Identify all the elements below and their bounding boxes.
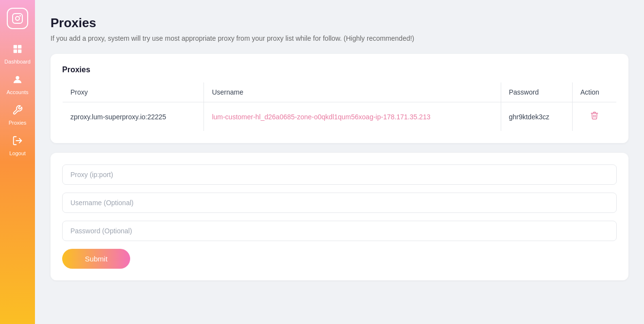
username-cell: lum-customer-hl_d26a0685-zone-o0qkdl1qum…	[204, 102, 501, 131]
delete-button[interactable]	[588, 109, 601, 124]
logout-icon	[12, 135, 23, 148]
password-input[interactable]	[62, 221, 617, 241]
trash-icon	[590, 111, 599, 120]
app-logo	[7, 8, 28, 29]
proxy-input[interactable]	[62, 164, 617, 185]
svg-rect-4	[18, 45, 21, 49]
sidebar: Dashboard Accounts Proxies Logout	[0, 0, 35, 324]
proxies-icon	[12, 105, 23, 118]
col-header-action: Action	[572, 82, 616, 102]
proxies-card-title: Proxies	[62, 65, 617, 74]
page-subtitle: If you add a proxy, system will try use …	[51, 34, 628, 42]
svg-rect-6	[18, 49, 21, 53]
dashboard-icon	[12, 44, 23, 57]
col-header-password: Password	[501, 82, 572, 102]
proxies-table: Proxy Username Password Action zproxy.lu…	[62, 82, 617, 131]
svg-point-7	[16, 76, 19, 80]
instagram-icon	[12, 13, 23, 24]
add-proxy-card: Submit	[51, 153, 628, 280]
table-row: zproxy.lum-superproxy.io:22225 lum-custo…	[63, 102, 617, 131]
username-input[interactable]	[62, 193, 617, 213]
main-content: Proxies If you add a proxy, system will …	[35, 0, 644, 324]
sidebar-item-proxies[interactable]: Proxies	[0, 100, 35, 130]
sidebar-item-dashboard[interactable]: Dashboard	[0, 39, 35, 69]
proxies-table-card: Proxies Proxy Username Password Action z…	[51, 54, 628, 143]
svg-point-1	[16, 16, 19, 20]
svg-rect-3	[14, 45, 17, 49]
svg-rect-0	[13, 14, 22, 23]
sidebar-item-label: Accounts	[6, 89, 28, 95]
page-title: Proxies	[51, 16, 628, 31]
sidebar-item-label: Proxies	[9, 120, 27, 126]
svg-rect-5	[14, 49, 17, 53]
password-field-group	[62, 221, 617, 241]
action-cell	[572, 102, 616, 131]
username-field-group	[62, 193, 617, 213]
sidebar-item-logout[interactable]: Logout	[0, 130, 35, 161]
proxy-cell: zproxy.lum-superproxy.io:22225	[63, 102, 204, 131]
accounts-icon	[12, 74, 23, 87]
sidebar-item-accounts[interactable]: Accounts	[0, 69, 35, 100]
password-cell: ghr9ktdek3cz	[501, 102, 572, 131]
sidebar-item-label: Dashboard	[4, 59, 31, 65]
svg-point-2	[19, 15, 21, 16]
col-header-proxy: Proxy	[63, 82, 204, 102]
submit-button[interactable]: Submit	[62, 249, 130, 269]
sidebar-item-label: Logout	[9, 150, 26, 156]
proxy-field-group	[62, 164, 617, 185]
col-header-username: Username	[204, 82, 501, 102]
